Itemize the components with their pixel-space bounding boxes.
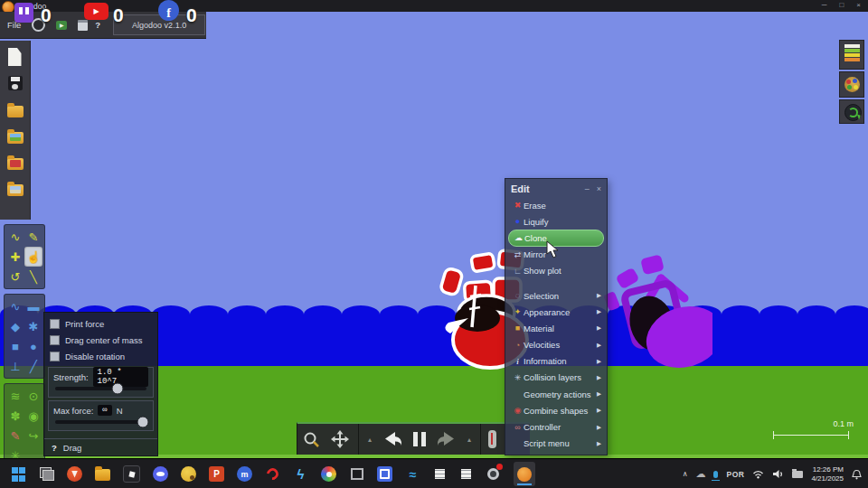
roblox-icon[interactable]: [123, 465, 140, 483]
language-indicator[interactable]: POR: [726, 470, 744, 479]
notepad-icon-2[interactable]: [459, 467, 473, 481]
save-scene-button[interactable]: [5, 73, 26, 97]
palette-panel-button[interactable]: [839, 71, 864, 98]
strength-slider[interactable]: [55, 387, 146, 390]
redo-button[interactable]: [431, 424, 462, 455]
pan-tool-button[interactable]: [326, 424, 354, 455]
circle-tool[interactable]: ●: [24, 336, 42, 356]
tool-help-row[interactable]: ? Drag: [44, 438, 157, 455]
checkbox[interactable]: [50, 319, 60, 329]
menu-item-liquify[interactable]: ● Liquify: [505, 213, 607, 230]
window-app-icon[interactable]: [349, 466, 364, 482]
menu-item-appearance[interactable]: ✦ Appearance ▶: [505, 304, 607, 320]
powerpoint-icon[interactable]: P: [209, 466, 224, 482]
tray-chevron-icon[interactable]: ∧: [683, 470, 688, 478]
menu-item-material[interactable]: ■ Material ▶: [505, 320, 607, 336]
thermometer-icon[interactable]: [488, 430, 496, 448]
box-tool[interactable]: ■: [6, 336, 24, 356]
laser-tool[interactable]: ✎: [6, 426, 24, 446]
pen-tool[interactable]: ✎: [24, 227, 42, 247]
components-folder-button[interactable]: [5, 152, 26, 175]
wifi-icon[interactable]: [752, 469, 764, 479]
rotate-tool[interactable]: ↺: [6, 267, 24, 286]
medibang-paint-icon[interactable]: m: [237, 466, 252, 482]
menu-item-icon: ∞: [512, 423, 524, 432]
zoom-tool-button[interactable]: [297, 424, 326, 455]
task-view-button[interactable]: [39, 466, 54, 482]
microphone-icon[interactable]: [713, 471, 718, 478]
undo-history-button[interactable]: ▴: [363, 424, 377, 455]
undo-button[interactable]: [377, 424, 408, 455]
notepad-icon[interactable]: [433, 467, 447, 481]
menu-item-collision-layers[interactable]: ✳ Collision layers ▶: [505, 370, 607, 386]
notifications-bell-icon[interactable]: [852, 469, 862, 480]
scale-tool[interactable]: ╲: [24, 267, 42, 286]
max-force-slider-handle[interactable]: [137, 417, 148, 428]
max-force-slider[interactable]: [55, 420, 146, 424]
plane-tool[interactable]: ⊥: [6, 356, 24, 376]
strength-slider-handle[interactable]: [111, 383, 123, 395]
window-layout-icon[interactable]: [78, 20, 88, 31]
gear-tool-2[interactable]: ✽: [6, 406, 24, 426]
menu-item-velocities[interactable]: ◔ Velocities ▶: [505, 337, 607, 353]
checkbox[interactable]: [50, 335, 60, 345]
menu-item-combine-shapes[interactable]: ◉ Combine shapes ▶: [505, 402, 607, 418]
menu-item-erase[interactable]: ✖ Erase: [505, 197, 607, 213]
gear-tool[interactable]: ✱: [24, 316, 42, 336]
polygon-tool[interactable]: ◆: [6, 316, 24, 336]
rope-tool[interactable]: ↪: [24, 426, 42, 446]
brave-browser-icon[interactable]: [67, 466, 82, 482]
checkbox-disable-rotation[interactable]: Disable rotation: [44, 348, 157, 364]
window-maximize-button[interactable]: □: [839, 1, 844, 9]
help-icon[interactable]: ?: [52, 443, 57, 453]
menu-item-show-plot[interactable]: ∟ Show plot: [505, 263, 607, 279]
move-tool[interactable]: ✚: [6, 247, 24, 267]
window-minimize-button[interactable]: ─: [822, 1, 827, 9]
lessons-folder-button[interactable]: [5, 178, 26, 202]
new-scene-button[interactable]: [5, 47, 26, 70]
checkbox[interactable]: [50, 352, 60, 361]
lasso-tool[interactable]: ∿: [6, 227, 24, 247]
menu-item-script-menu[interactable]: Script menu ▶: [505, 436, 607, 452]
menu-minimize-button[interactable]: –: [585, 184, 590, 193]
discord-icon[interactable]: [153, 466, 168, 482]
lightning-app-icon[interactable]: ϟ: [293, 466, 308, 482]
menu-item-geometry-actions[interactable]: Geometry actions ▶: [505, 386, 607, 402]
open-folder-button[interactable]: [5, 99, 26, 123]
checkbox-drag-center-of-mass[interactable]: Drag center of mass: [44, 332, 157, 348]
taskbar-clock[interactable]: 12:26 PM 4/21/2025: [811, 465, 844, 483]
drag-tool[interactable]: ☝: [24, 247, 42, 267]
brush-tool[interactable]: ▬: [24, 296, 42, 316]
menu-item-controller[interactable]: ∞ Controller ▶: [505, 418, 607, 435]
speaker-icon[interactable]: [772, 469, 784, 479]
pause-button[interactable]: [408, 424, 431, 455]
redo-history-button[interactable]: ▴: [462, 424, 476, 455]
video-tutorials-icon[interactable]: ▶: [56, 21, 67, 30]
dolphin-app-icon[interactable]: ≈: [405, 466, 420, 482]
red-crescent-app-icon[interactable]: [265, 466, 280, 482]
world-panel-button[interactable]: [839, 99, 864, 124]
knife-tool[interactable]: ╱: [24, 356, 42, 376]
obs-recorder-icon[interactable]: [486, 466, 501, 482]
blue-square-app-icon[interactable]: [377, 466, 392, 482]
paint-app-icon[interactable]: [181, 466, 196, 482]
start-button[interactable]: [11, 466, 26, 482]
max-force-value[interactable]: ∞: [98, 405, 111, 416]
color-wheel-app-icon[interactable]: [321, 466, 336, 482]
spring-tool[interactable]: ≋: [6, 386, 24, 406]
menu-item-selection[interactable]: ◌ Selection ▶: [505, 287, 607, 304]
checkbox-print-force[interactable]: Print force: [44, 315, 157, 332]
axle-tool[interactable]: ⊙: [24, 386, 42, 406]
file-explorer-icon[interactable]: [95, 469, 110, 481]
algodoo-taskbar-icon-active[interactable]: [514, 462, 535, 486]
fixate-tool[interactable]: ◉: [24, 406, 42, 426]
sketch-tool[interactable]: ∿: [6, 296, 24, 316]
help-menu[interactable]: ?: [95, 20, 100, 30]
menu-close-button[interactable]: ×: [597, 184, 601, 193]
layers-panel-button[interactable]: [839, 40, 864, 70]
menu-item-information[interactable]: i Information ▶: [505, 353, 607, 370]
scenes-folder-button[interactable]: [5, 126, 26, 149]
onedrive-cloud-icon[interactable]: ☁: [695, 468, 705, 480]
window-close-button[interactable]: ×: [856, 1, 861, 9]
tray-folder-icon[interactable]: [792, 471, 803, 478]
